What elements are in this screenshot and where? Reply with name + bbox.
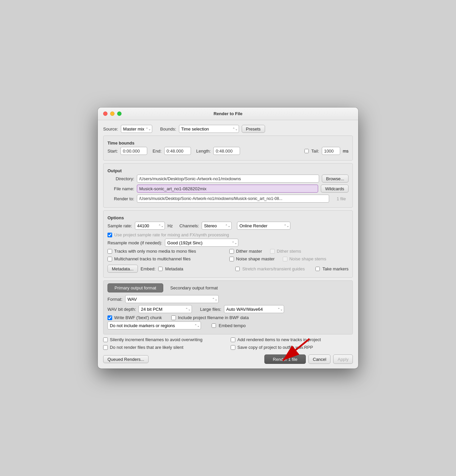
sample-rate-select-wrapper[interactable]: 44100 <box>135 222 165 230</box>
dither-stems-label: Dither stems <box>277 249 301 254</box>
source-select-wrapper[interactable]: Master mix <box>121 125 152 133</box>
primary-format-tab[interactable]: Primary output format <box>107 283 163 292</box>
render-to-input[interactable] <box>137 195 329 203</box>
large-files-label: Large files: <box>200 307 221 312</box>
stretch-markers-label: Stretch markers/transient guides <box>242 266 305 271</box>
filename-input[interactable] <box>137 185 318 193</box>
channels-select-wrapper[interactable]: Stereo <box>202 222 232 230</box>
render-button[interactable]: Render 1 file <box>264 354 306 364</box>
embed-label: Embed: <box>141 266 156 271</box>
tracks-mono-row: Tracks with only mono media to mono file… <box>107 249 227 254</box>
markers-row: Do not include markers or regions Embed … <box>107 321 349 329</box>
write-bwf-checkbox[interactable] <box>107 315 112 320</box>
secondary-format-tab[interactable]: Secondary output format <box>163 283 225 292</box>
resample-label: Resample mode (if needed): <box>107 240 162 245</box>
end-label: End: <box>153 149 162 154</box>
markers-select[interactable]: Do not include markers or regions <box>107 321 201 329</box>
write-bwf-row: Write BWF ('bext') chunk Include project… <box>107 315 349 320</box>
render-to-label: Render to: <box>107 196 134 201</box>
dither-master-checkbox[interactable] <box>229 249 234 254</box>
render-mode-select[interactable]: Online Render <box>237 222 290 230</box>
silently-increment-label: Silently increment filenames to avoid ov… <box>110 337 202 342</box>
wav-bit-depth-select[interactable]: 24 bit PCM <box>139 305 192 313</box>
bottom-section: Silently increment filenames to avoid ov… <box>103 337 353 364</box>
maximize-button[interactable] <box>117 111 122 116</box>
embed-tempo-checkbox[interactable] <box>212 323 216 328</box>
output-section: Output Directory: Browse... File name: W… <box>103 163 353 208</box>
noise-shape-master-checkbox[interactable] <box>229 257 234 261</box>
markers-select-wrapper[interactable]: Do not include markers or regions <box>107 321 201 329</box>
bounds-select-wrapper[interactable]: Time selection <box>179 125 239 133</box>
length-input[interactable] <box>213 147 240 155</box>
window-title: Render to File <box>214 111 243 116</box>
format-select-wrapper[interactable]: WAV <box>125 295 219 303</box>
time-bounds-title: Time bounds <box>107 141 349 146</box>
directory-label: Directory: <box>107 176 134 181</box>
multichannel-checkbox[interactable] <box>107 257 112 261</box>
file-count: 1 file <box>332 196 349 202</box>
tracks-mono-label: Tracks with only mono media to mono file… <box>114 249 196 254</box>
render-to-row: Render to: 1 file <box>107 195 349 203</box>
cancel-button[interactable]: Cancel <box>308 354 330 364</box>
do-not-render-silent-checkbox[interactable] <box>103 345 108 350</box>
minimize-button[interactable] <box>110 111 115 116</box>
resample-row: Resample mode (if needed): Good (192pt S… <box>107 239 349 247</box>
directory-input[interactable] <box>137 175 319 183</box>
filename-row: File name: Wildcards <box>107 185 349 193</box>
take-markers-checkbox[interactable] <box>315 267 320 271</box>
sample-rate-select[interactable]: 44100 <box>135 222 165 230</box>
render-mode-select-wrapper[interactable]: Online Render <box>237 222 290 230</box>
channels-select[interactable]: Stereo <box>202 222 232 230</box>
large-files-select-wrapper[interactable]: Auto WAV/Wave64 <box>224 305 284 313</box>
source-select[interactable]: Master mix <box>121 125 152 133</box>
format-section: Primary output format Secondary output f… <box>103 280 353 334</box>
resample-select[interactable]: Good (192pt Sinc) <box>165 239 238 247</box>
dither-stems-checkbox[interactable] <box>270 249 275 254</box>
hz-label: Hz <box>168 223 173 228</box>
source-bounds-row: Source: Master mix Bounds: Time selectio… <box>103 125 353 133</box>
dither-master-row: Dither master Dither stems <box>229 249 349 254</box>
metadata-button[interactable]: Metadata... <box>107 265 138 273</box>
channels-label: Channels: <box>180 223 199 228</box>
time-bounds-row: Start: End: Length: Tail: ms <box>107 147 349 155</box>
wav-bit-depth-select-wrapper[interactable]: 24 bit PCM <box>139 305 192 313</box>
queued-renders-button[interactable]: Queued Renders... <box>103 355 149 363</box>
tail-checkbox[interactable] <box>304 149 309 153</box>
embed-tempo-label: Embed tempo <box>219 323 246 328</box>
add-rendered-checkbox[interactable] <box>231 337 235 342</box>
do-not-render-silent-row: Do not render files that are likely sile… <box>103 345 225 350</box>
use-project-sample-rate-checkbox[interactable] <box>107 233 112 237</box>
stretch-markers-checkbox[interactable] <box>235 267 240 271</box>
checkbox-grid: Tracks with only mono media to mono file… <box>107 249 349 263</box>
close-button[interactable] <box>103 111 107 116</box>
metadata-row: Metadata... Embed: Metadata Stretch mark… <box>107 265 349 273</box>
bounds-select[interactable]: Time selection <box>179 125 239 133</box>
metadata-embed-checkbox[interactable] <box>158 267 163 271</box>
wav-bit-depth-label: WAV bit depth: <box>107 307 136 312</box>
noise-shape-stems-checkbox[interactable] <box>283 257 287 261</box>
browse-button[interactable]: Browse... <box>322 175 349 183</box>
silently-increment-checkbox[interactable] <box>103 337 108 342</box>
options-section: Options Sample rate: 44100 Hz Channels: … <box>103 210 353 278</box>
length-label: Length: <box>196 149 211 154</box>
resample-select-wrapper[interactable]: Good (192pt Sinc) <box>165 239 238 247</box>
use-project-sample-rate-row: Use project sample rate for mixing and F… <box>107 232 349 237</box>
wildcards-button[interactable]: Wildcards <box>321 185 349 193</box>
multichannel-row: Multichannel tracks to multichannel file… <box>107 256 227 261</box>
format-select[interactable]: WAV <box>125 295 219 303</box>
output-title: Output <box>107 168 349 173</box>
large-files-select[interactable]: Auto WAV/Wave64 <box>224 305 284 313</box>
presets-button[interactable]: Presets <box>242 125 265 133</box>
add-rendered-label: Add rendered items to new tracks in proj… <box>237 337 321 342</box>
include-project-filename-checkbox[interactable] <box>171 315 176 320</box>
render-to-file-window: Render to File Source: Master mix Bounds… <box>98 107 358 369</box>
tracks-mono-checkbox[interactable] <box>107 249 112 254</box>
start-input[interactable] <box>121 147 147 155</box>
end-input[interactable] <box>164 147 191 155</box>
save-copy-row: Save copy of project to outfile.wav.RPP <box>231 345 353 350</box>
tail-input[interactable] <box>322 147 340 155</box>
apply-button[interactable]: Apply <box>333 354 353 364</box>
save-copy-checkbox[interactable] <box>231 345 235 350</box>
wav-settings-row: WAV bit depth: 24 bit PCM Large files: A… <box>107 305 349 313</box>
options-title: Options <box>107 215 349 220</box>
